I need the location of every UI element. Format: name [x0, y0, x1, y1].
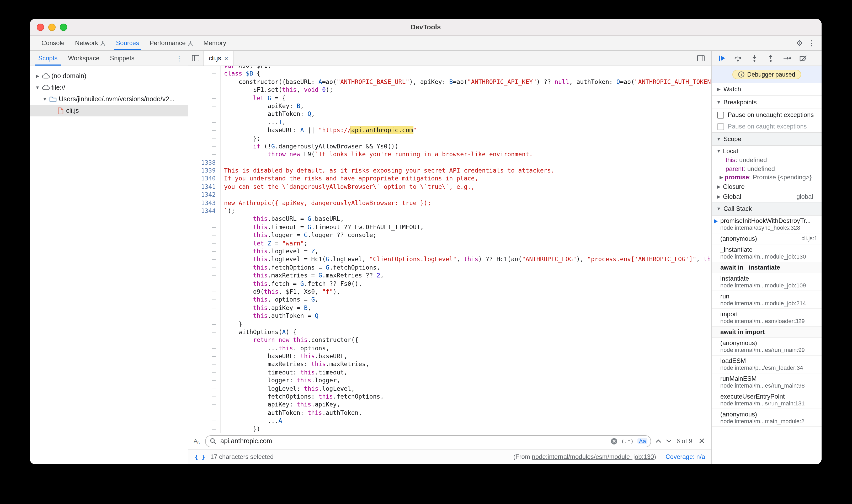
callstack-frame[interactable]: (anonymous)cli.js:1: [712, 233, 821, 244]
code-line[interactable]: – };: [188, 134, 711, 143]
breakpoint-option[interactable]: Pause on caught exceptions: [712, 121, 821, 132]
code-line[interactable]: –class $B {: [188, 70, 711, 78]
code-line[interactable]: 1339This is disabled by default, as it r…: [188, 167, 711, 175]
scope-group-global[interactable]: ▶Globalglobal: [712, 192, 821, 202]
code-line[interactable]: – if (!G.dangerouslyAllowBrowser && Ys0(…: [188, 143, 711, 151]
settings-gear-icon[interactable]: ⚙: [796, 39, 803, 47]
code-line[interactable]: – maxRetries: this.maxRetries,: [188, 361, 711, 369]
code-line[interactable]: 1341you can set the \`dangerouslyAllowBr…: [188, 183, 711, 191]
code-line[interactable]: – withOptions(A) {: [188, 328, 711, 337]
code-line[interactable]: –var Xs0, $F1,: [188, 66, 711, 70]
scope-group-closure[interactable]: ▶Closure: [712, 182, 821, 192]
code-line[interactable]: – this.logger = G.logger ?? console;: [188, 231, 711, 239]
tree-item-cli-js[interactable]: cli.js: [30, 105, 188, 116]
navigator-tab-scripts[interactable]: Scripts: [33, 51, 63, 66]
file-tab-clijs[interactable]: cli.js ×: [203, 51, 234, 66]
navigator-tab-snippets[interactable]: Snippets: [105, 51, 140, 66]
code-line[interactable]: – this.timeout = G.timeout ?? Lw.DEFAULT…: [188, 223, 711, 232]
code-line[interactable]: – }: [188, 320, 711, 328]
code-line[interactable]: – ...I,: [188, 118, 711, 126]
code-line[interactable]: 1343new Anthropic({ apiKey, dangerouslyA…: [188, 199, 711, 207]
from-link[interactable]: node:internal/modules/esm/module_job:130: [532, 453, 654, 461]
code-line[interactable]: – let Z = "warn";: [188, 239, 711, 248]
callstack-frame[interactable]: (anonymous)node:internal/m...es/run_main…: [712, 338, 821, 355]
code-line[interactable]: – logLevel: this.logLevel,: [188, 385, 711, 393]
callstack-frame[interactable]: (anonymous)node:internal/m...main_module…: [712, 409, 821, 427]
clear-search-icon[interactable]: [611, 438, 618, 445]
checkbox[interactable]: [717, 111, 724, 118]
code-line[interactable]: – apiKey: B,: [188, 102, 711, 110]
tab-memory[interactable]: Memory: [198, 36, 232, 50]
scope-entry-parent[interactable]: parent:undefined: [712, 164, 821, 173]
code-line[interactable]: – ...A: [188, 417, 711, 425]
tree-item-users-jinhuilee-nvm-versions-node-v2-[interactable]: ▼Users/jinhuilee/.nvm/versions/node/v2..…: [30, 93, 188, 105]
step-into-button[interactable]: [750, 54, 759, 63]
callstack-frame[interactable]: executeUserEntryPointnode:internal/m...s…: [712, 391, 821, 409]
watch-section-header[interactable]: ▶ Watch: [712, 83, 821, 96]
code-line[interactable]: – let G = {: [188, 94, 711, 102]
pretty-print-icon[interactable]: { }: [195, 453, 205, 460]
code-line[interactable]: – baseURL: this.baseURL,: [188, 353, 711, 361]
resume-button[interactable]: [717, 54, 727, 63]
toggle-sidebar-icon[interactable]: [694, 55, 708, 61]
scope-section-header[interactable]: ▼ Scope: [712, 132, 821, 146]
callstack-section-header[interactable]: ▼ Call Stack: [712, 202, 821, 215]
code-line[interactable]: 1342: [188, 191, 711, 199]
tree-item-file-[interactable]: ▼file://: [30, 82, 188, 93]
scope-entry-this[interactable]: this:undefined: [712, 156, 821, 164]
step-out-button[interactable]: [766, 54, 776, 63]
code-editor[interactable]: –var Xs0, $F1,–class $B {– constructor({…: [188, 66, 711, 433]
code-line[interactable]: 1344`);: [188, 207, 711, 215]
coverage-link[interactable]: Coverage: n/a: [665, 453, 705, 461]
callstack-frame[interactable]: promiseInitHookWithDestroyTr...node:inte…: [712, 215, 821, 233]
code-line[interactable]: – authToken: this.authToken,: [188, 409, 711, 417]
code-line[interactable]: – this._options = G,: [188, 296, 711, 304]
match-case-toggle[interactable]: Aa: [637, 438, 647, 444]
deactivate-breakpoints-button[interactable]: [798, 54, 808, 63]
code-line[interactable]: – authToken: Q,: [188, 110, 711, 119]
close-find-icon[interactable]: ✕: [696, 436, 707, 446]
tab-network[interactable]: Network: [70, 36, 111, 50]
close-tab-icon[interactable]: ×: [224, 54, 228, 62]
code-line[interactable]: – this.fetchOptions = G.fetchOptions,: [188, 264, 711, 272]
callstack-frame[interactable]: runMainESMnode:internal/m...es/run_main:…: [712, 373, 821, 391]
regex-toggle[interactable]: (.*): [621, 438, 634, 444]
code-line[interactable]: – return new this.constructor({: [188, 337, 711, 345]
step-over-button[interactable]: [733, 54, 743, 63]
code-line[interactable]: – fetchOptions: this.fetchOptions,: [188, 393, 711, 401]
code-line[interactable]: – ...this._options,: [188, 344, 711, 353]
scope-group-local[interactable]: ▼Local: [712, 146, 821, 156]
code-line[interactable]: – baseURL: A || "https://api.anthropic.c…: [188, 126, 711, 134]
tab-performance[interactable]: Performance: [144, 36, 198, 50]
scope-entry-promise[interactable]: ▶promise:Promise {<pending>}: [712, 173, 821, 182]
code-line[interactable]: – o9(this, $F1, Xs0, "f"),: [188, 288, 711, 296]
step-button[interactable]: [782, 54, 792, 63]
code-line[interactable]: – logger: this.logger,: [188, 377, 711, 385]
breakpoints-section-header[interactable]: ▼ Breakpoints: [712, 96, 821, 109]
tab-sources[interactable]: Sources: [111, 36, 144, 50]
code-line[interactable]: – this.fetch = G.fetch ?? Fs0(),: [188, 280, 711, 288]
navigator-more-icon[interactable]: ⋮: [171, 51, 188, 66]
callstack-frame[interactable]: _instantiatenode:internal/m...module_job…: [712, 244, 821, 262]
code-line[interactable]: – this.maxRetries = G.maxRetries ?? 2,: [188, 272, 711, 280]
search-field[interactable]: (.*) Aa: [205, 435, 651, 447]
callstack-frame[interactable]: instantiatenode:internal/m...module_job:…: [712, 273, 821, 291]
next-match-icon[interactable]: [666, 439, 672, 443]
navigator-tab-workspace[interactable]: Workspace: [63, 51, 105, 66]
find-mode-icon[interactable]: AB: [193, 438, 201, 445]
breakpoint-option[interactable]: Pause on uncaught exceptions: [712, 109, 821, 121]
code-line[interactable]: – this.logLevel = Z,: [188, 248, 711, 256]
code-line[interactable]: – }): [188, 425, 711, 433]
checkbox[interactable]: [717, 123, 724, 130]
more-options-icon[interactable]: ⋮: [808, 39, 815, 47]
code-line[interactable]: – this.apiKey = B,: [188, 304, 711, 312]
tab-console[interactable]: Console: [36, 36, 70, 50]
code-line[interactable]: – this.baseURL = G.baseURL,: [188, 215, 711, 223]
callstack-frame[interactable]: runnode:internal/m...module_job:214: [712, 291, 821, 309]
code-line[interactable]: – throw new L9(`It looks like you're run…: [188, 151, 711, 159]
callstack-frame[interactable]: loadESMnode:internal/p.../esm_loader:34: [712, 355, 821, 373]
code-line[interactable]: – $F1.set(this, void 0);: [188, 86, 711, 94]
code-line[interactable]: 1340If you understand the risks and have…: [188, 175, 711, 183]
code-line[interactable]: 1338: [188, 159, 711, 167]
previous-match-icon[interactable]: [656, 439, 662, 443]
